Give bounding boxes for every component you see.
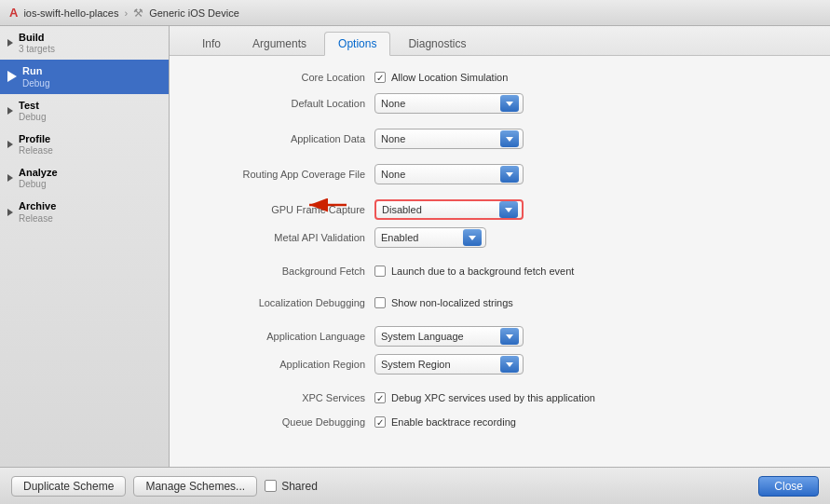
tabs-bar: Info Arguments Options Diagnostics: [170, 26, 830, 56]
localization-checkbox[interactable]: [374, 297, 386, 308]
app-region-label: Application Region: [188, 359, 374, 370]
sidebar-item-profile[interactable]: Profile Release: [0, 128, 169, 161]
collapse-icon-profile: [7, 141, 13, 148]
dropdown-arrow-icon6: [500, 328, 519, 345]
sidebar-item-run-label: Run: [22, 64, 49, 77]
sidebar-item-build-sublabel: 3 targets: [19, 44, 55, 55]
shared-area: Shared: [265, 480, 318, 493]
app-language-value: System Language: [381, 331, 500, 342]
app-language-dropdown[interactable]: System Language: [374, 326, 524, 347]
queue-debug-checkbox[interactable]: [374, 416, 386, 428]
tab-options[interactable]: Options: [324, 32, 390, 56]
sidebar-item-build[interactable]: Build 3 targets: [0, 26, 169, 60]
queue-debug-row: Queue Debugging Enable backtrace recordi…: [170, 410, 830, 434]
app-language-row: Application Language System Language: [170, 322, 830, 350]
sidebar-item-run[interactable]: Run Debug: [0, 60, 169, 93]
bottom-bar: Duplicate Scheme Manage Schemes... Share…: [0, 467, 830, 504]
default-location-value: None: [381, 98, 500, 109]
sidebar: Build 3 targets Run Debug Test Debug Pro…: [0, 26, 170, 467]
application-data-label: Application Data: [188, 133, 374, 144]
gpu-frame-dropdown[interactable]: Disabled: [374, 199, 524, 220]
dropdown-arrow-icon2: [500, 130, 519, 147]
xpc-text: Debug XPC services used by this applicat…: [391, 392, 595, 403]
allow-location-checkbox[interactable]: [374, 72, 386, 83]
sidebar-item-analyze-label: Analyze: [19, 166, 58, 179]
title-bar: A ios-swift-hello-places › ⚒ Generic iOS…: [0, 0, 830, 26]
metal-row: Metal API Validation Enabled: [170, 224, 830, 252]
sidebar-item-analyze-sublabel: Debug: [19, 179, 58, 190]
localization-row: Localization Debugging Show non-localize…: [170, 291, 830, 315]
collapse-icon-analyze: [7, 174, 13, 182]
xpc-checkbox[interactable]: [374, 392, 386, 403]
dropdown-arrow-icon3: [500, 166, 519, 183]
dropdown-arrow-icon5: [463, 229, 482, 246]
sidebar-item-test[interactable]: Test Debug: [0, 94, 169, 128]
app-region-value: System Region: [381, 359, 500, 370]
content-area: Info Arguments Options Diagnostics Core …: [170, 26, 830, 467]
shared-label: Shared: [281, 480, 318, 493]
duplicate-scheme-button[interactable]: Duplicate Scheme: [11, 476, 126, 497]
queue-debug-label: Queue Debugging: [188, 416, 374, 428]
sidebar-item-run-sublabel: Debug: [22, 78, 49, 89]
collapse-icon-test: [7, 107, 13, 115]
sidebar-item-build-label: Build: [19, 31, 55, 44]
core-location-control: Allow Location Simulation: [374, 72, 508, 83]
routing-value: None: [381, 169, 500, 180]
metal-value: Enabled: [381, 232, 463, 243]
sidebar-item-archive[interactable]: Archive Release: [0, 195, 169, 228]
background-fetch-text: Launch due to a background fetch event: [391, 266, 574, 277]
sidebar-item-archive-label: Archive: [19, 199, 56, 212]
tab-arguments[interactable]: Arguments: [238, 32, 320, 55]
application-data-row: Application Data None: [170, 125, 830, 153]
app-language-label: Application Language: [188, 331, 374, 342]
close-button[interactable]: Close: [758, 476, 819, 497]
default-location-dropdown[interactable]: None: [374, 93, 524, 114]
default-location-row: Default Location None: [170, 89, 830, 117]
core-location-row: Core Location Allow Location Simulation: [170, 65, 830, 89]
metal-label: Metal API Validation: [188, 232, 374, 243]
metal-dropdown[interactable]: Enabled: [374, 227, 486, 248]
xpc-label: XPC Services: [188, 392, 374, 403]
sidebar-item-profile-sublabel: Release: [19, 145, 53, 157]
application-data-dropdown[interactable]: None: [374, 129, 524, 149]
localization-label: Localization Debugging: [188, 297, 374, 308]
content-wrapper: Info Arguments Options Diagnostics Core …: [170, 26, 830, 467]
manage-schemes-button[interactable]: Manage Schemes...: [133, 476, 257, 497]
sidebar-item-test-label: Test: [19, 99, 46, 112]
allow-location-text: Allow Location Simulation: [391, 72, 508, 83]
dropdown-arrow-icon: [500, 95, 519, 112]
core-location-label: Core Location: [188, 72, 374, 83]
app-region-row: Application Region System Region: [170, 350, 830, 378]
dropdown-arrow-icon4: [499, 201, 518, 218]
shared-checkbox[interactable]: [265, 480, 277, 492]
play-icon: [7, 71, 17, 82]
collapse-icon: [7, 39, 13, 47]
background-fetch-label: Background Fetch: [188, 266, 374, 277]
background-fetch-checkbox[interactable]: [374, 266, 386, 277]
gpu-frame-row: GPU Frame Capture Disabled: [170, 196, 830, 224]
collapse-icon-archive: [7, 209, 13, 216]
gpu-frame-label: GPU Frame Capture: [188, 204, 374, 215]
localization-text: Show non-localized strings: [391, 297, 513, 308]
sidebar-item-test-sublabel: Debug: [19, 112, 46, 123]
application-data-value: None: [381, 133, 500, 144]
app-region-dropdown[interactable]: System Region: [374, 354, 524, 375]
background-fetch-row: Background Fetch Launch due to a backgro…: [170, 259, 830, 283]
xcode-icon: A: [9, 6, 18, 20]
project-name: ios-swift-hello-places: [23, 7, 118, 19]
sidebar-item-archive-sublabel: Release: [19, 213, 56, 225]
tab-info[interactable]: Info: [188, 32, 235, 55]
device-icon: ⚒: [133, 7, 143, 20]
dropdown-arrow-icon7: [500, 356, 519, 373]
xpc-row: XPC Services Debug XPC services used by …: [170, 386, 830, 410]
routing-dropdown[interactable]: None: [374, 164, 524, 184]
queue-debug-text: Enable backtrace recording: [391, 416, 516, 428]
gpu-frame-value: Disabled: [382, 204, 499, 215]
main-layout: Build 3 targets Run Debug Test Debug Pro…: [0, 26, 830, 467]
sidebar-item-analyze[interactable]: Analyze Debug: [0, 161, 169, 195]
tab-diagnostics[interactable]: Diagnostics: [394, 32, 480, 55]
settings-panel: Core Location Allow Location Simulation …: [170, 56, 830, 467]
sidebar-item-profile-label: Profile: [19, 132, 53, 145]
device-name: Generic iOS Device: [149, 7, 239, 19]
default-location-label: Default Location: [188, 98, 374, 109]
